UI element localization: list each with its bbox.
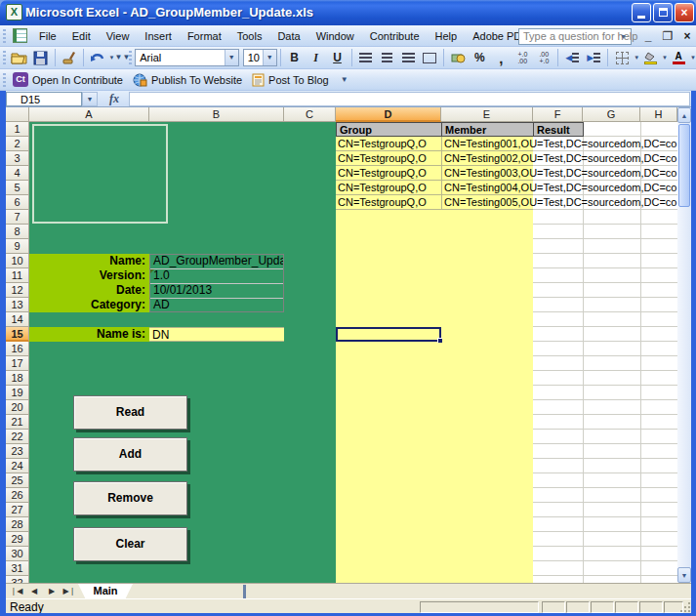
undo-icon[interactable] [88,48,107,67]
row-header-15[interactable]: 15 [6,327,29,342]
row-header-1[interactable]: 1 [6,122,29,137]
menu-item-file[interactable]: File [31,27,64,45]
clear-button[interactable]: Clear [73,527,187,561]
add-button[interactable]: Add [73,437,187,472]
info-value-cell[interactable]: 10/01/2013 [150,283,283,297]
info-value-cell[interactable]: AD [150,298,283,311]
row-header-13[interactable]: 13 [6,298,29,312]
toolbar-options-icon[interactable]: ▼▼ [114,49,126,66]
name-is-value-cell[interactable]: DN [149,327,284,342]
merge-center-icon[interactable] [420,48,439,67]
row-header-25[interactable]: 25 [6,473,29,488]
row-header-27[interactable]: 27 [6,503,29,517]
column-header-E[interactable]: E [441,107,533,122]
group-header-cell[interactable]: Group [336,122,442,137]
italic-button[interactable]: I [307,48,326,67]
info-label-cell[interactable]: Date: [29,283,149,298]
info-value-cell[interactable]: 1.0 [150,268,283,282]
row-header-19[interactable]: 19 [6,386,29,400]
toolbar-grip[interactable] [3,73,6,87]
decrease-decimal-icon[interactable]: .00+.0 [534,48,553,67]
row-header-31[interactable]: 31 [6,561,29,576]
row-header-26[interactable]: 26 [6,488,29,503]
increase-decimal-icon[interactable]: +.0.00 [512,48,532,67]
group-cell[interactable]: CN=TestgroupQ,O [338,196,439,208]
table-row[interactable]: CN=TestgroupQ,OCN=Testing002,OU=Test,DC=… [336,151,677,166]
row-header-32[interactable]: 32 [6,576,29,583]
row-header-6[interactable]: 6 [6,195,29,210]
font-color-dropdown-icon[interactable]: ▼ [690,55,696,61]
member-header-cell[interactable]: Member [441,122,534,137]
publish-to-website-button[interactable]: Publish To Website [133,73,252,87]
borders-dropdown-icon[interactable]: ▼ [634,55,639,61]
row-header-10[interactable]: 10 [6,254,29,268]
minimize-button[interactable] [632,3,651,22]
font-name-select[interactable]: Arial▼ [135,49,238,66]
vertical-scrollbar[interactable]: ▲ ▼ [677,107,691,583]
currency-icon[interactable] [448,48,468,67]
menu-item-view[interactable]: View [99,27,138,45]
scroll-up-icon[interactable]: ▲ [677,107,691,123]
fill-color-icon[interactable] [640,48,660,67]
align-center-icon[interactable] [377,48,396,67]
column-header-F[interactable]: F [533,107,583,122]
menu-item-contribute[interactable]: Contribute [362,27,428,45]
row-header-16[interactable]: 16 [6,342,29,356]
row-header-23[interactable]: 23 [6,444,29,459]
percent-button[interactable]: % [470,48,489,67]
sheet-tab-main[interactable]: Main [78,584,133,599]
row-header-17[interactable]: 17 [6,356,29,371]
selected-cell[interactable] [336,327,441,342]
font-color-icon[interactable]: A [669,48,688,67]
resize-grip[interactable] [679,601,690,612]
toolbar-grip[interactable] [129,51,132,64]
name-box[interactable]: D15 [6,92,82,106]
workbook-close-button[interactable]: × [679,29,695,43]
column-header-H[interactable]: H [640,107,677,122]
align-right-icon[interactable] [398,48,418,67]
row-header-29[interactable]: 29 [6,532,29,547]
row-header-12[interactable]: 12 [6,283,29,298]
decrease-indent-icon[interactable]: ◀ [562,48,582,67]
menu-item-data[interactable]: Data [269,27,307,45]
info-label-cell[interactable]: Name: [29,254,149,268]
row-header-11[interactable]: 11 [6,268,29,283]
row-header-21[interactable]: 21 [6,415,29,430]
menu-item-tools[interactable]: Tools [229,27,270,45]
fill-color-dropdown-icon[interactable]: ▼ [662,55,668,61]
remove-button[interactable]: Remove [73,481,187,515]
row-header-14[interactable]: 14 [6,312,29,327]
table-row[interactable]: CN=TestgroupQ,OCN=Testing004,OU=Test,DC=… [336,181,677,195]
underline-button[interactable]: U [328,48,348,67]
row-header-5[interactable]: 5 [6,181,29,195]
group-cell[interactable]: CN=TestgroupQ,O [338,152,439,164]
row-header-4[interactable]: 4 [6,166,29,181]
align-left-icon[interactable] [355,48,375,67]
borders-icon[interactable] [612,48,632,67]
tab-next-icon[interactable]: ▶ [45,585,59,598]
menu-item-edit[interactable]: Edit [64,27,99,45]
tab-last-icon[interactable]: ▶❘ [62,585,76,598]
menu-item-help[interactable]: Help [428,27,466,45]
read-button[interactable]: Read [73,395,187,430]
group-cell[interactable]: CN=TestgroupQ,O [338,138,439,149]
column-header-B[interactable]: B [149,107,284,122]
column-header-G[interactable]: G [583,107,640,122]
bold-button[interactable]: B [285,48,305,67]
column-header-D[interactable]: D [336,107,441,122]
result-header-cell[interactable]: Result [533,122,584,137]
name-is-label-cell[interactable]: Name is: [29,327,149,342]
close-button[interactable]: × [675,3,694,22]
menu-item-window[interactable]: Window [308,27,362,45]
row-header-3[interactable]: 3 [6,151,29,166]
member-cell[interactable]: CN=Testing005,OU=Test,DC=sourcedom,DC=co [444,196,677,208]
workbook-icon[interactable] [13,28,27,43]
open-icon[interactable] [10,48,29,67]
info-label-cell[interactable]: Version: [29,268,149,283]
row-header-20[interactable]: 20 [6,400,29,415]
name-box-dropdown-icon[interactable]: ▼ [82,92,98,106]
info-value-cell[interactable]: AD_GroupMember_Update [150,254,283,267]
format-painter-icon[interactable] [60,48,79,67]
comma-button[interactable]: , [491,48,511,67]
scroll-down-icon[interactable]: ▼ [677,567,691,583]
